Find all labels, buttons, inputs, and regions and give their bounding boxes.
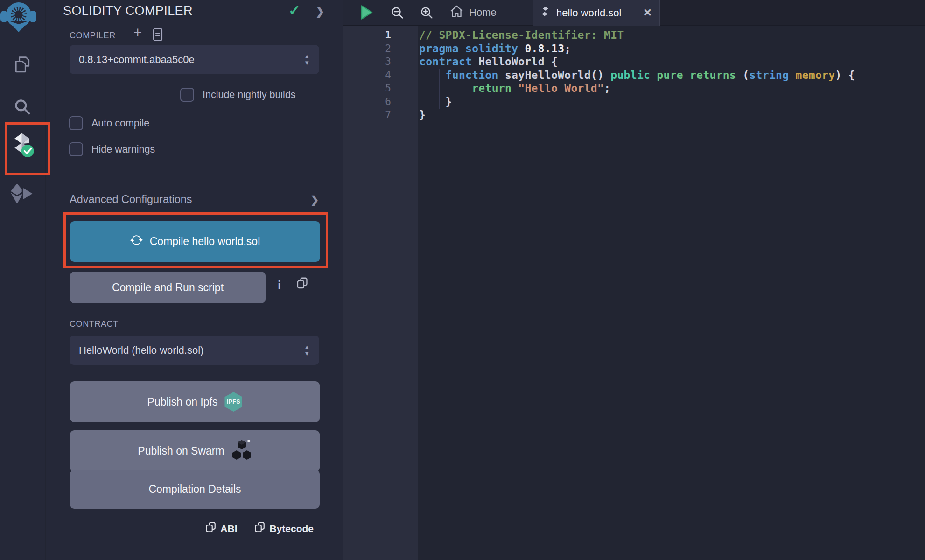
code-line[interactable]: 1// SPDX-License-Identifier: MIT <box>343 28 925 42</box>
code-text: contract HelloWorld { <box>419 56 558 68</box>
code-text: return "Hello World"; <box>419 82 610 94</box>
stepper-icon: ▲▼ <box>304 54 310 65</box>
stepper-icon: ▲▼ <box>304 344 310 356</box>
code-text: // SPDX-License-Identifier: MIT <box>419 29 624 41</box>
code-line[interactable]: 3contract HelloWorld { <box>343 55 925 69</box>
advanced-chevron-icon: ❯ <box>310 194 319 206</box>
code-line[interactable]: 7} <box>343 108 925 122</box>
code-line[interactable]: 5 return "Hello World"; <box>343 82 925 95</box>
search-icon[interactable] <box>0 98 45 116</box>
tab-active-label: hello world.sol <box>556 7 621 19</box>
home-icon <box>449 4 464 21</box>
include-nightly-label: Include nightly builds <box>203 89 296 101</box>
compilation-details-button[interactable]: Compilation Details <box>70 470 320 509</box>
zoom-in-icon[interactable] <box>420 6 434 21</box>
ipfs-icon: IPFS <box>224 392 242 412</box>
code-text: function sayHelloWorld() public pure ret… <box>419 69 855 81</box>
auto-compile-label: Auto compile <box>91 118 149 129</box>
contract-section-label: CONTRACT <box>70 319 119 329</box>
compiler-version-value: 0.8.13+commit.abaa5c0e <box>79 54 195 66</box>
abi-bytecode-row: ABI Bytecode <box>206 522 314 535</box>
check-icon: ✓ <box>288 2 301 19</box>
refresh-icon <box>130 234 143 249</box>
remix-logo[interactable] <box>0 1 37 33</box>
copy-icon <box>255 522 265 535</box>
chevron-right-icon[interactable]: ❯ <box>315 5 324 18</box>
line-number: 6 <box>343 96 391 107</box>
solidity-file-icon <box>540 7 551 19</box>
run-icon[interactable] <box>360 5 374 22</box>
code-line[interactable]: 6 } <box>343 95 925 109</box>
solidity-compiler-icon[interactable] <box>0 131 45 158</box>
auto-compile-checkbox[interactable] <box>69 116 83 130</box>
code-line[interactable]: 4 function sayHelloWorld() public pure r… <box>343 69 925 82</box>
publish-swarm-label: Publish on Swarm <box>138 445 224 457</box>
remix-ide-screen: SOLIDITY COMPILER ✓ ❯ COMPILER + 0.8.13+… <box>0 0 925 560</box>
publish-swarm-button[interactable]: Publish on Swarm <box>70 430 320 472</box>
file-explorer-icon[interactable] <box>0 56 45 75</box>
compile-and-run-button[interactable]: Compile and Run script <box>70 272 266 303</box>
include-nightly-row[interactable]: Include nightly builds <box>180 88 296 102</box>
tab-home-label: Home <box>469 7 497 19</box>
code-lines: 1// SPDX-License-Identifier: MIT2pragma … <box>343 28 925 122</box>
advanced-configurations-label: Advanced Configurations <box>70 193 192 206</box>
side-panel: SOLIDITY COMPILER ✓ ❯ COMPILER + 0.8.13+… <box>46 0 343 560</box>
copy-icon <box>206 522 216 535</box>
hide-warnings-checkbox[interactable] <box>69 142 83 156</box>
publish-ipfs-button[interactable]: Publish on Ipfs IPFS <box>70 381 320 422</box>
hide-warnings-label: Hide warnings <box>91 144 155 155</box>
contract-select-value: HelloWorld (hello world.sol) <box>79 344 203 357</box>
code-text: } <box>419 109 426 121</box>
code-text: } <box>419 96 452 108</box>
compiler-section-label: COMPILER <box>70 31 116 41</box>
editor-tabbar: Home hello world.sol ✕ <box>343 0 925 26</box>
compiler-version-select[interactable]: 0.8.13+commit.abaa5c0e ▲▼ <box>70 45 319 74</box>
panel-title: SOLIDITY COMPILER <box>63 4 193 18</box>
auto-compile-row[interactable]: Auto compile <box>69 116 149 130</box>
swarm-icon <box>231 439 252 463</box>
info-icon[interactable]: i <box>278 278 281 293</box>
hide-warnings-row[interactable]: Hide warnings <box>69 142 155 156</box>
line-number: 3 <box>343 56 391 67</box>
plus-icon[interactable]: + <box>133 24 142 41</box>
code-editor[interactable]: 1// SPDX-License-Identifier: MIT2pragma … <box>343 26 925 560</box>
contract-select[interactable]: HelloWorld (hello world.sol) ▲▼ <box>70 336 319 365</box>
compile-button-label: Compile hello world.sol <box>150 235 260 248</box>
line-number: 5 <box>343 83 391 94</box>
code-text: pragma solidity 0.8.13; <box>419 42 571 55</box>
bytecode-label: Bytecode <box>269 523 314 534</box>
code-line[interactable]: 2pragma solidity 0.8.13; <box>343 42 925 56</box>
compiler-success-badge-icon <box>21 145 34 157</box>
publish-ipfs-label: Publish on Ipfs <box>147 396 218 408</box>
tab-hello-world-sol[interactable]: hello world.sol ✕ <box>533 0 660 26</box>
line-number: 1 <box>343 29 391 41</box>
copy-icon[interactable] <box>297 277 308 291</box>
line-number: 2 <box>343 43 391 54</box>
line-number: 7 <box>343 109 391 120</box>
advanced-configurations-toggle[interactable]: Advanced Configurations ❯ <box>46 192 343 211</box>
tabbar-empty-space <box>660 0 925 25</box>
abi-label: ABI <box>220 523 237 534</box>
include-nightly-checkbox[interactable] <box>180 88 194 102</box>
tab-home[interactable]: Home <box>449 0 497 25</box>
close-icon[interactable]: ✕ <box>643 7 652 19</box>
file-icon[interactable] <box>152 28 163 43</box>
deploy-run-icon[interactable] <box>0 183 45 204</box>
editor-area: Home hello world.sol ✕ 1// SPDX-License-… <box>343 0 925 560</box>
compile-button[interactable]: Compile hello world.sol <box>70 221 320 262</box>
copy-abi-button[interactable]: ABI <box>206 522 237 535</box>
line-number: 4 <box>343 70 391 81</box>
zoom-out-icon[interactable] <box>391 6 404 21</box>
activity-bar <box>0 0 45 560</box>
copy-bytecode-button[interactable]: Bytecode <box>255 522 314 535</box>
